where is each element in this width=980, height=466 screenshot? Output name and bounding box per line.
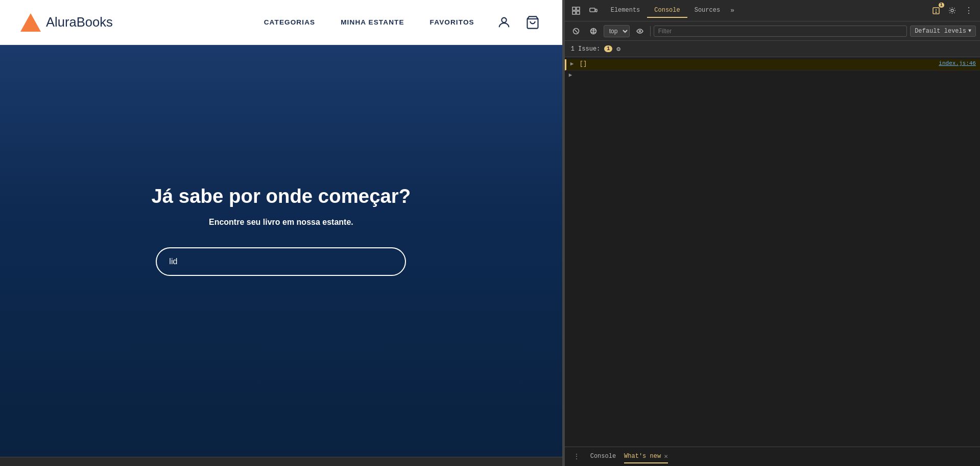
logo-area[interactable]: AluraBooks [20, 13, 113, 32]
console-row-warning: ▶ [] index.js:46 [565, 59, 980, 71]
tab-elements[interactable]: Elements [604, 4, 648, 18]
settings-icon[interactable] [945, 4, 960, 18]
nav-link-minha-estante[interactable]: MINHA ESTANTE [341, 18, 404, 26]
console-row-text: [] [580, 60, 939, 67]
devtools-right-icons: 1 ⋮ [929, 4, 976, 18]
search-input[interactable] [169, 257, 393, 266]
log-levels-label: Default levels [915, 28, 966, 35]
svg-point-18 [639, 30, 640, 32]
svg-rect-7 [595, 9, 597, 12]
logo-text: AluraBooks [46, 15, 113, 30]
nav-link-favoritos[interactable]: FAVORITOS [430, 18, 474, 26]
svg-rect-6 [590, 8, 595, 12]
clear-console-icon[interactable] [569, 24, 583, 38]
console-content: ▶ [] index.js:46 ▶ [565, 57, 980, 447]
user-svg [497, 15, 511, 30]
devtools-tabs: Elements Console Sources » [604, 4, 926, 18]
svg-rect-4 [572, 11, 576, 14]
device-toggle-icon[interactable] [586, 4, 601, 18]
inspect-icon[interactable] [569, 4, 583, 18]
console-expand-arrow[interactable]: ▶ [569, 72, 572, 78]
user-icon[interactable] [495, 13, 513, 32]
devtools-toolbar2: top Default levels ▼ [565, 21, 980, 41]
devtools-bottom-bar: ⋮ Console What's new ✕ [565, 447, 980, 466]
hero-title: Já sabe por onde começar? [151, 185, 411, 207]
console-source-link[interactable]: index.js:46 [939, 60, 976, 66]
bottom-tab-close-icon[interactable]: ✕ [664, 452, 668, 460]
kebab-menu-icon[interactable]: ⋮ [962, 4, 976, 18]
bottom-tab-whats-new[interactable]: What's new ✕ [624, 450, 668, 463]
devtools-panel: Elements Console Sources » 1 [564, 0, 980, 466]
issues-icon[interactable]: 1 [929, 4, 943, 18]
nav-links: CATEGORIAS MINHA ESTANTE FAVORITOS [264, 18, 474, 26]
site-area: AluraBooks CATEGORIAS MINHA ESTANTE FAVO… [0, 0, 562, 466]
filter-icon[interactable] [586, 24, 601, 38]
devtools-issues-bar: 1 Issue: 1 ⚙ [565, 41, 980, 57]
hero-subtitle: Encontre seu livro em nossa estante. [209, 218, 353, 227]
cart-icon[interactable] [523, 13, 542, 32]
issues-text: 1 Issue: [571, 45, 601, 53]
svg-point-0 [501, 17, 506, 22]
issue-badge[interactable]: 1 [604, 45, 612, 52]
more-tabs-button[interactable]: » [727, 5, 737, 16]
svg-point-11 [951, 9, 953, 12]
issues-gear-icon[interactable]: ⚙ [616, 45, 620, 53]
bottom-kebab-icon[interactable]: ⋮ [571, 451, 582, 462]
nav-icons [495, 13, 542, 32]
site-horizontal-scrollbar[interactable] [0, 457, 562, 466]
search-bar[interactable] [156, 247, 406, 276]
logo-brand: Alura [46, 15, 77, 29]
log-levels-button[interactable]: Default levels ▼ [910, 26, 976, 37]
svg-point-10 [936, 12, 936, 12]
chevron-down-icon: ▼ [968, 28, 971, 34]
tab-console[interactable]: Console [647, 4, 687, 18]
svg-rect-2 [572, 7, 576, 10]
svg-line-13 [575, 30, 578, 33]
logo-triangle-icon [20, 13, 41, 32]
svg-rect-5 [577, 11, 580, 14]
devtools-toolbar: Elements Console Sources » 1 [565, 0, 980, 21]
tab-sources[interactable]: Sources [687, 4, 727, 18]
navbar: AluraBooks CATEGORIAS MINHA ESTANTE FAVO… [0, 0, 562, 45]
eye-icon[interactable] [633, 24, 647, 38]
logo-brand2: Books [77, 15, 113, 29]
cart-svg [525, 15, 540, 30]
console-collapse-arrow[interactable]: ▶ [570, 60, 577, 67]
nav-link-categorias[interactable]: CATEGORIAS [264, 18, 316, 26]
hero-section: Já sabe por onde começar? Encontre seu l… [0, 45, 562, 457]
console-filter-input[interactable] [654, 26, 907, 37]
svg-rect-3 [577, 7, 580, 10]
bottom-tab-console[interactable]: Console [590, 451, 616, 463]
console-expander-row[interactable]: ▶ [565, 71, 980, 79]
context-selector[interactable]: top [604, 25, 630, 37]
